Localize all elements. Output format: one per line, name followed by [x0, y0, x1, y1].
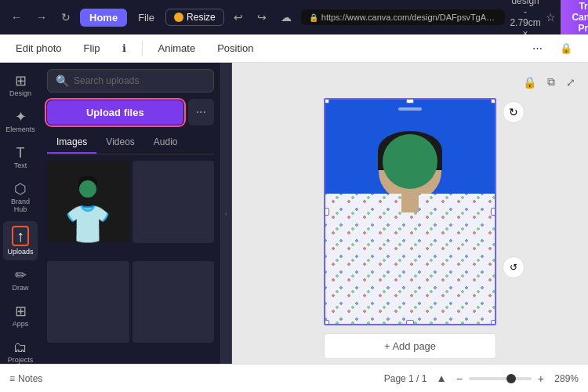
image-thumbnail-2[interactable]: [132, 161, 215, 243]
upload-files-button[interactable]: Upload files: [47, 100, 183, 125]
shirt-area: [325, 194, 495, 324]
edit-photo-button[interactable]: Edit photo: [9, 39, 68, 57]
text-icon: T: [16, 146, 25, 160]
search-input[interactable]: [74, 75, 205, 86]
brand-hub-icon: ⬡: [14, 182, 27, 196]
sidebar-label-apps: Apps: [13, 320, 29, 328]
uploads-icon: ↑: [12, 226, 29, 246]
home-button[interactable]: Home: [80, 9, 127, 27]
resize-handle-b[interactable]: [406, 320, 414, 325]
resize-handle-br[interactable]: [491, 320, 496, 325]
sidebar-item-text[interactable]: T Text: [3, 141, 38, 174]
star-button[interactable]: ☆: [546, 11, 556, 24]
sidebar-item-brand-hub[interactable]: ⬡ Brand Hub: [3, 177, 38, 218]
refresh-button[interactable]: ↻: [56, 8, 75, 27]
sidebar-item-draw[interactable]: ✏ Draw: [3, 263, 38, 296]
main-content: ⊞ Design ✦ Elements T Text ⬡ Brand Hub ↑…: [0, 63, 588, 364]
search-bar: 🔍: [47, 69, 214, 93]
search-icon: 🔍: [56, 74, 69, 87]
panel-collapse-handle[interactable]: ‹: [221, 63, 232, 364]
resize-button[interactable]: Resize: [165, 9, 224, 26]
sidebar-item-design[interactable]: ⊞ Design: [3, 69, 38, 102]
lock-canvas-button[interactable]: 🔒: [554, 39, 579, 57]
url-text: https://www.canva.com/design/DAFpsvTgAvk…: [321, 13, 497, 22]
design-canvas[interactable]: [324, 98, 496, 325]
sync-button[interactable]: ↺: [503, 256, 524, 278]
page-info: Page 1 / 1: [384, 373, 427, 384]
canvas-tools: 🔒 ⧉ ⤢: [241, 72, 579, 92]
sidebar-label-text: Text: [14, 162, 27, 169]
sidebar-item-elements[interactable]: ✦ Elements: [3, 105, 38, 138]
info-button[interactable]: ℹ: [116, 39, 132, 57]
apps-icon: ⊞: [15, 304, 27, 318]
position-button[interactable]: Position: [211, 39, 260, 57]
image-thumbnail-1[interactable]: 👕: [47, 161, 129, 243]
image-thumbnail-4[interactable]: [132, 261, 215, 343]
cloud-button[interactable]: ☁: [276, 8, 296, 27]
canvas-expand-button[interactable]: ⤢: [563, 73, 579, 92]
canvas-lock-button[interactable]: 🔒: [520, 73, 539, 92]
zoom-in-button[interactable]: +: [538, 372, 544, 385]
url-bar: 🔒 https://www.canva.com/design/DAFpsvTgA…: [301, 9, 505, 25]
sidebar-item-apps[interactable]: ⊞ Apps: [3, 299, 38, 332]
resize-handle-l[interactable]: [324, 208, 329, 216]
uploads-panel: 🔍 Upload files ··· Images Videos Audio 👕: [41, 63, 221, 364]
canvas-area: 🔒 ⧉ ⤢: [232, 63, 588, 364]
second-toolbar: Edit photo Flip ℹ Animate Position ⋯ 🔒: [0, 34, 588, 63]
zoom-slider[interactable]: [469, 377, 532, 380]
refresh-canvas-button[interactable]: ↻: [503, 101, 524, 123]
chevron-left-icon: ‹: [225, 209, 227, 218]
back-button[interactable]: ←: [6, 8, 27, 27]
more-options-button[interactable]: ···: [188, 99, 214, 125]
notes-button[interactable]: ≡ Notes: [9, 373, 42, 384]
images-grid: 👕: [41, 154, 220, 364]
animate-button[interactable]: Animate: [152, 39, 202, 57]
design-icon: ⊞: [15, 74, 27, 88]
resize-handle-t[interactable]: [406, 98, 414, 103]
sidebar-label-design: Design: [9, 89, 31, 97]
notes-icon: ≡: [9, 373, 15, 384]
canvas-image: [325, 100, 495, 324]
elements-icon: ✦: [15, 110, 27, 124]
tab-videos[interactable]: Videos: [96, 132, 143, 154]
bottom-bar: ≡ Notes Page 1 / 1 ▲ − + 289%: [0, 364, 588, 392]
sidebar-item-uploads[interactable]: ↑ Uploads: [3, 221, 38, 260]
top-bar: ← → ↻ Home File Resize ↩ ↪ ☁ 🔒 https://w…: [0, 0, 588, 34]
tab-audio[interactable]: Audio: [144, 132, 187, 154]
tabs-row: Images Videos Audio: [47, 132, 214, 154]
neck: [401, 194, 419, 212]
draw-icon: ✏: [15, 268, 27, 282]
tab-images[interactable]: Images: [47, 132, 96, 154]
lock-icon: 🔒: [309, 13, 318, 22]
image-thumbnail-3[interactable]: [47, 261, 129, 343]
sidebar-label-projects: Projects: [8, 356, 34, 364]
forward-button[interactable]: →: [31, 8, 52, 27]
try-canva-button[interactable]: Try Canva Pro: [561, 0, 588, 38]
face-mask: [383, 134, 437, 189]
grid-view-button[interactable]: ⋯: [526, 39, 549, 57]
canvas-wrapper: ↻ ↺: [324, 98, 496, 325]
resize-handle-tr[interactable]: [491, 98, 496, 103]
resize-icon: [174, 13, 183, 22]
projects-icon: 🗂: [13, 340, 27, 354]
sidebar-label-draw: Draw: [12, 284, 28, 292]
canvas-copy-button[interactable]: ⧉: [544, 72, 558, 92]
page-nav-up[interactable]: ▲: [436, 372, 446, 384]
zoom-out-button[interactable]: −: [456, 372, 463, 385]
sidebar-item-projects[interactable]: 🗂 Projects: [3, 336, 38, 364]
sidebar-label-uploads: Uploads: [7, 248, 33, 256]
zoom-level: 289%: [550, 373, 579, 384]
separator: [142, 41, 143, 56]
resize-handle-bl[interactable]: [324, 320, 329, 325]
upload-action-row: Upload files ···: [41, 99, 220, 132]
sidebar-label-elements: Elements: [5, 125, 35, 133]
flip-button[interactable]: Flip: [78, 39, 107, 57]
undo-button[interactable]: ↩: [229, 8, 248, 27]
animate-label: Animate: [158, 42, 196, 54]
resize-handle-r[interactable]: [491, 208, 496, 216]
resize-handle-tl[interactable]: [324, 98, 329, 103]
add-page-button[interactable]: + Add page: [324, 333, 496, 359]
file-button[interactable]: File: [132, 9, 161, 27]
redo-button[interactable]: ↪: [252, 8, 271, 27]
zoom-controls: − + 289%: [456, 372, 579, 385]
